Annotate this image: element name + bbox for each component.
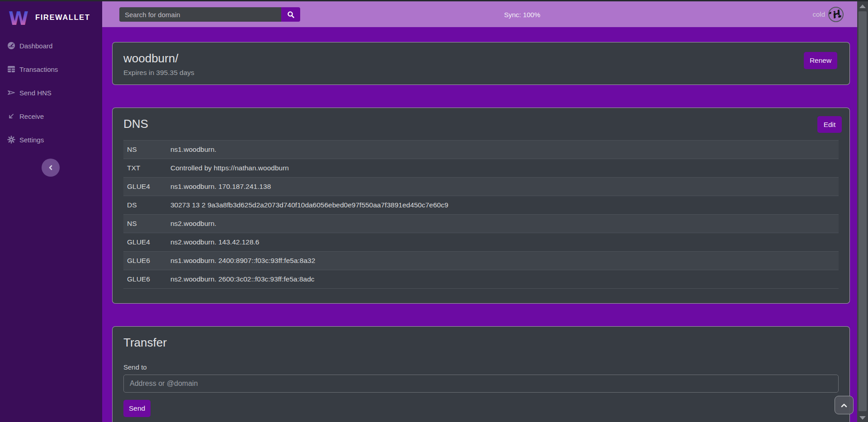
receive-arrow-icon [7,112,15,120]
wallet-account-button[interactable]: cold H [812,1,844,27]
renew-button[interactable]: Renew [804,52,837,69]
scroll-to-top-button[interactable] [835,396,854,414]
sidebar-nav: Dashboard Transactions Send HNS Rece [0,37,102,154]
sidebar-item-dashboard[interactable]: Dashboard [0,37,102,55]
dns-record-type: GLUE6 [123,252,167,270]
scrollbar-up-arrow-icon[interactable] [859,5,866,8]
scrollbar-thumb[interactable] [859,11,867,411]
domain-expiry: Expires in 395.35 days [123,69,839,77]
dns-title: DNS [123,117,839,131]
chevron-up-icon [840,403,848,408]
firewallet-app: W FIREWALLET Dashboard Transactions [0,1,868,422]
sidebar: W FIREWALLET Dashboard Transactions [0,1,102,422]
search-button[interactable] [281,7,300,22]
dns-record-row: TXT Controlled by https://nathan.woodbur… [123,159,839,178]
dashboard-gauge-icon [7,42,15,50]
wallet-avatar-icon: H [828,7,844,22]
dns-record-row: DS 30273 13 2 9a3a8fb3d625d2a2073d740f10… [123,196,839,215]
gear-icon [7,136,15,144]
dns-record-row: GLUE6 ns1.woodburn. 2400:8907::f03c:93ff… [123,252,839,270]
domain-search [119,7,300,22]
dns-record-type: GLUE4 [123,233,167,252]
dns-record-value: ns1.woodburn. 2400:8907::f03c:93ff:fe5a:… [167,252,839,270]
firewallet-logo-icon: W [7,7,30,28]
dns-card: DNS Edit NS ns1.woodburn. TXT Controlled… [112,108,850,304]
sidebar-item-label: Settings [19,136,44,144]
dns-record-row: NS ns1.woodburn. [123,141,839,159]
svg-text:H: H [830,8,842,21]
dns-record-type: DS [123,196,167,215]
dns-record-value: ns2.woodburn. 2600:3c02::f03c:93ff:fe5a:… [167,270,839,289]
search-input[interactable] [119,7,281,22]
dns-record-type: NS [123,215,167,233]
topbar: Sync: 100% cold H [102,1,857,27]
edit-dns-button[interactable]: Edit [817,116,842,133]
dns-record-value: 30273 13 2 9a3a8fb3d625d2a2073d740f10da6… [167,196,839,215]
dns-record-value: Controlled by https://nathan.woodburn [167,159,839,178]
sidebar-item-send-hns[interactable]: Send HNS [0,84,102,102]
send-transfer-button[interactable]: Send [123,400,151,417]
dns-record-type: GLUE6 [123,270,167,289]
transactions-table-icon [7,65,15,73]
dns-record-type: TXT [123,159,167,178]
wallet-name: cold [812,10,825,18]
dns-record-value: ns2.woodburn. 143.42.128.6 [167,233,839,252]
dns-records-table: NS ns1.woodburn. TXT Controlled by https… [123,140,839,289]
svg-text:W: W [9,8,28,28]
dns-record-row: GLUE4 ns2.woodburn. 143.42.128.6 [123,233,839,252]
brand: W FIREWALLET [0,1,102,28]
sidebar-item-label: Transactions [19,66,58,73]
dns-record-row: GLUE6 ns2.woodburn. 2600:3c02::f03c:93ff… [123,270,839,289]
main-content: woodburn/ Expires in 395.35 days Renew D… [102,27,857,422]
sidebar-item-receive[interactable]: Receive [0,107,102,125]
transfer-title: Transfer [123,336,839,350]
dns-record-row: NS ns2.woodburn. [123,215,839,233]
dns-record-type: NS [123,141,167,159]
dns-record-value: ns2.woodburn. [167,215,839,233]
scrollbar-down-arrow-icon[interactable] [859,416,866,420]
dns-record-value: ns1.woodburn. 170.187.241.138 [167,178,839,196]
sidebar-item-label: Receive [19,113,44,120]
brand-name: FIREWALLET [35,13,90,22]
dns-record-row: GLUE4 ns1.woodburn. 170.187.241.138 [123,178,839,196]
domain-card: woodburn/ Expires in 395.35 days Renew [112,42,850,85]
send-plane-icon [7,89,15,97]
sync-status: Sync: 100% [504,10,540,18]
sidebar-item-label: Send HNS [19,89,52,97]
sidebar-collapse-button[interactable] [42,159,60,177]
send-to-label: Send to [123,363,839,371]
sidebar-item-settings[interactable]: Settings [0,131,102,149]
transfer-card: Transfer Send to Send [112,326,850,422]
chevron-left-icon [47,164,54,171]
domain-title: woodburn/ [123,52,839,66]
transfer-address-input[interactable] [123,375,839,393]
dns-record-type: GLUE4 [123,178,167,196]
sidebar-item-transactions[interactable]: Transactions [0,60,102,78]
search-icon [287,11,295,19]
page-scrollbar[interactable] [857,1,868,422]
sidebar-item-label: Dashboard [19,42,52,50]
dns-record-value: ns1.woodburn. [167,141,839,159]
